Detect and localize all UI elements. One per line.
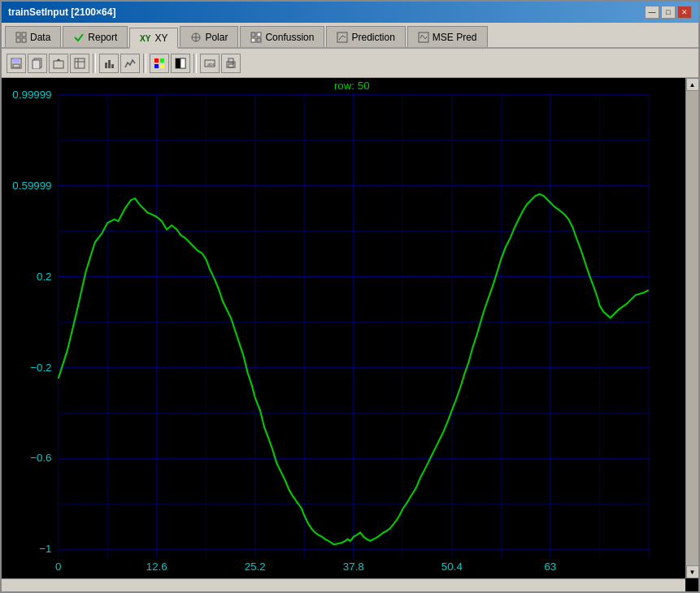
tab-mse-pred-label: MSE Pred xyxy=(433,32,477,43)
scroll-up-button[interactable]: ▲ xyxy=(686,78,699,91)
close-button[interactable]: ✕ xyxy=(677,6,692,19)
conf-icon xyxy=(250,32,262,43)
svg-rect-37 xyxy=(176,58,180,68)
separator-1 xyxy=(93,54,96,73)
svg-rect-29 xyxy=(105,63,107,68)
svg-text:12.6: 12.6 xyxy=(146,561,167,573)
scrollbar-bottom[interactable] xyxy=(2,578,685,591)
scrollbar-right[interactable]: ▲ ▼ xyxy=(685,78,698,578)
svg-rect-1 xyxy=(22,32,26,37)
grid-icon xyxy=(15,32,27,43)
main-window: trainSetInput [2100×64] — □ ✕ Data Repor… xyxy=(0,0,700,593)
svg-rect-0 xyxy=(16,32,20,37)
table-button[interactable] xyxy=(70,54,89,73)
svg-text:50.4: 50.4 xyxy=(441,561,463,573)
svg-text:0.59999: 0.59999 xyxy=(12,180,51,192)
svg-line-17 xyxy=(422,35,425,39)
chart-container: 0.99999 0.59999 0.2 −0.2 −0.6 −1 0 12.6 … xyxy=(2,78,685,591)
svg-marker-25 xyxy=(56,58,61,61)
svg-rect-32 xyxy=(154,58,159,63)
svg-text:0.99999: 0.99999 xyxy=(12,89,51,101)
line-chart-button[interactable] xyxy=(120,54,140,73)
tab-xy-label: XY xyxy=(154,32,167,44)
label-button[interactable]: abc xyxy=(200,54,220,73)
toolbar: abc xyxy=(2,49,698,78)
tab-report-label: Report xyxy=(88,32,117,43)
svg-rect-8 xyxy=(251,32,255,37)
export-button[interactable] xyxy=(49,54,68,73)
svg-rect-26 xyxy=(75,58,85,68)
svg-rect-35 xyxy=(160,64,164,68)
tab-data[interactable]: Data xyxy=(5,26,61,47)
svg-rect-21 xyxy=(13,64,20,67)
chart-svg: 0.99999 0.59999 0.2 −0.2 −0.6 −1 0 12.6 … xyxy=(2,78,685,591)
tab-confussion-label: Confussion xyxy=(265,32,314,43)
svg-rect-45 xyxy=(2,78,685,591)
svg-rect-9 xyxy=(257,32,261,37)
copy-button[interactable] xyxy=(28,54,47,73)
tab-report[interactable]: Report xyxy=(63,26,128,47)
svg-text:37.8: 37.8 xyxy=(343,561,364,573)
tabs-bar: Data Report XY XY Polar Confussion xyxy=(2,23,698,49)
color-button[interactable] xyxy=(150,54,169,73)
mse-icon xyxy=(418,32,429,43)
svg-line-13 xyxy=(339,36,342,40)
svg-line-14 xyxy=(342,36,346,37)
svg-rect-43 xyxy=(228,64,233,67)
tab-polar[interactable]: Polar xyxy=(180,26,238,47)
svg-text:abc: abc xyxy=(207,62,215,67)
tab-prediction[interactable]: Prediction xyxy=(326,26,405,47)
svg-text:63: 63 xyxy=(544,561,556,573)
svg-text:−0.2: −0.2 xyxy=(30,361,51,373)
svg-text:−1: −1 xyxy=(39,543,51,555)
svg-rect-24 xyxy=(54,61,63,68)
svg-rect-34 xyxy=(154,64,159,68)
separator-3 xyxy=(193,54,197,73)
svg-rect-23 xyxy=(33,60,40,69)
title-bar-buttons: — □ ✕ xyxy=(645,6,692,19)
svg-text:row: 50: row: 50 xyxy=(334,80,370,92)
print-button[interactable] xyxy=(221,54,241,73)
svg-point-44 xyxy=(233,63,234,64)
svg-rect-38 xyxy=(180,58,185,68)
check-icon xyxy=(73,32,85,43)
svg-line-18 xyxy=(425,37,427,39)
scroll-down-button[interactable]: ▼ xyxy=(686,565,699,578)
separator-2 xyxy=(143,54,146,73)
bw-button[interactable] xyxy=(171,54,190,73)
svg-rect-11 xyxy=(257,38,261,42)
scroll-track-right[interactable] xyxy=(686,91,698,565)
bar-chart-button[interactable] xyxy=(99,54,119,73)
tab-xy[interactable]: XY XY xyxy=(129,28,178,49)
svg-rect-2 xyxy=(16,38,20,42)
chart-area: 0.99999 0.59999 0.2 −0.2 −0.6 −1 0 12.6 … xyxy=(2,78,698,591)
tab-mse-pred[interactable]: MSE Pred xyxy=(407,26,488,47)
svg-text:0: 0 xyxy=(55,561,61,573)
title-bar: trainSetInput [2100×64] — □ ✕ xyxy=(2,2,698,23)
svg-rect-33 xyxy=(160,58,164,63)
maximize-button[interactable]: □ xyxy=(661,6,676,19)
tab-data-label: Data xyxy=(30,32,50,43)
svg-rect-10 xyxy=(251,38,255,42)
pred-icon xyxy=(337,32,348,43)
svg-rect-20 xyxy=(13,58,20,63)
svg-line-16 xyxy=(420,35,422,38)
window-title: trainSetInput [2100×64] xyxy=(8,6,115,18)
svg-rect-31 xyxy=(111,64,114,68)
polar-icon xyxy=(190,32,202,43)
svg-rect-12 xyxy=(337,32,347,42)
xy-icon: XY xyxy=(140,32,151,44)
tab-prediction-label: Prediction xyxy=(351,32,394,43)
svg-text:XY: XY xyxy=(140,34,151,43)
svg-text:−0.6: −0.6 xyxy=(30,452,51,464)
svg-text:0.2: 0.2 xyxy=(37,271,52,283)
svg-rect-3 xyxy=(22,38,26,42)
minimize-button[interactable]: — xyxy=(645,6,659,19)
main-content: 0.99999 0.59999 0.2 −0.2 −0.6 −1 0 12.6 … xyxy=(2,78,698,591)
save-button[interactable] xyxy=(7,54,26,73)
tab-polar-label: Polar xyxy=(205,32,228,43)
svg-rect-30 xyxy=(108,60,111,68)
tab-confussion[interactable]: Confussion xyxy=(240,26,324,47)
svg-text:25.2: 25.2 xyxy=(245,561,266,573)
